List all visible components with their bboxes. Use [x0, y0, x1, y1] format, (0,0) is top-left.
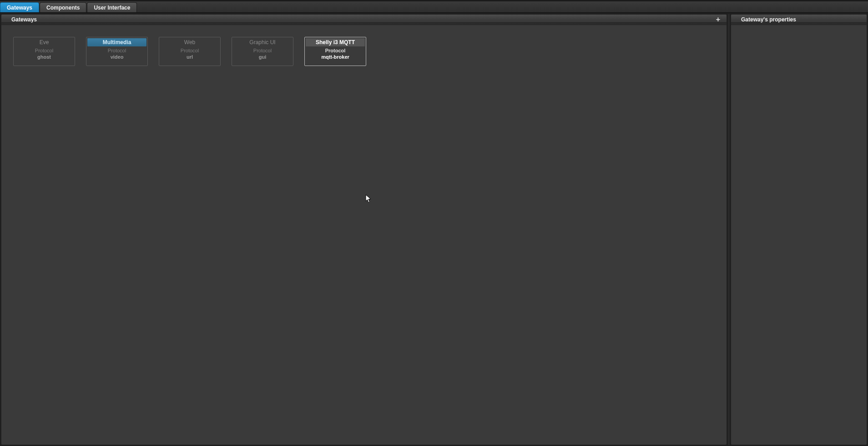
gateway-card-shelly-mqtt[interactable]: Shelly i3 MQTT Protocol mqtt-broker — [304, 37, 366, 66]
properties-panel-title: Gateway's properties — [741, 16, 796, 23]
gateway-protocol-value: ghost — [37, 54, 51, 60]
gateway-title: Eve — [15, 38, 74, 46]
gateway-card-multimedia[interactable]: Multimedia Protocol video — [86, 37, 148, 66]
panel-splitter[interactable] — [728, 14, 730, 445]
gateways-panel-title: Gateways — [11, 16, 37, 23]
tab-components[interactable]: Components — [40, 2, 86, 12]
cursor-icon — [365, 194, 372, 203]
gateway-title: Shelly i3 MQTT — [306, 38, 365, 46]
gateways-panel-header: Gateways + — [1, 15, 727, 25]
gateway-title: Multimedia — [87, 38, 146, 46]
gateway-protocol-value: url — [187, 54, 193, 60]
gateway-title: Web — [160, 38, 219, 46]
gateway-protocol-label: Protocol — [181, 48, 199, 53]
gateway-protocol-label: Protocol — [325, 48, 346, 53]
gateways-panel: Gateways + Eve Protocol ghost Multimedia… — [1, 14, 727, 445]
gateway-protocol-value: gui — [259, 54, 267, 60]
gateway-title: Graphic UI — [233, 38, 292, 46]
gateway-card-eve[interactable]: Eve Protocol ghost — [13, 37, 75, 66]
gateway-protocol-value: video — [111, 54, 124, 60]
gateway-protocol-value: mqtt-broker — [321, 54, 349, 60]
properties-panel-body — [731, 25, 867, 445]
properties-panel-header: Gateway's properties — [731, 15, 867, 25]
properties-panel: Gateway's properties — [731, 14, 867, 445]
gateway-card-web[interactable]: Web Protocol url — [159, 37, 221, 66]
main-layout: Gateways + Eve Protocol ghost Multimedia… — [0, 13, 868, 446]
tab-user-interface[interactable]: User Interface — [87, 2, 137, 12]
gateway-card-graphic-ui[interactable]: Graphic UI Protocol gui — [232, 37, 293, 66]
gateway-protocol-label: Protocol — [108, 48, 126, 53]
gateway-protocol-label: Protocol — [35, 48, 53, 53]
tab-gateways[interactable]: Gateways — [0, 2, 39, 12]
add-gateway-button[interactable]: + — [714, 16, 722, 23]
gateway-protocol-label: Protocol — [253, 48, 272, 53]
tabs-row: Gateways Components User Interface — [0, 1, 868, 13]
gateways-panel-body: Eve Protocol ghost Multimedia Protocol v… — [1, 25, 727, 445]
